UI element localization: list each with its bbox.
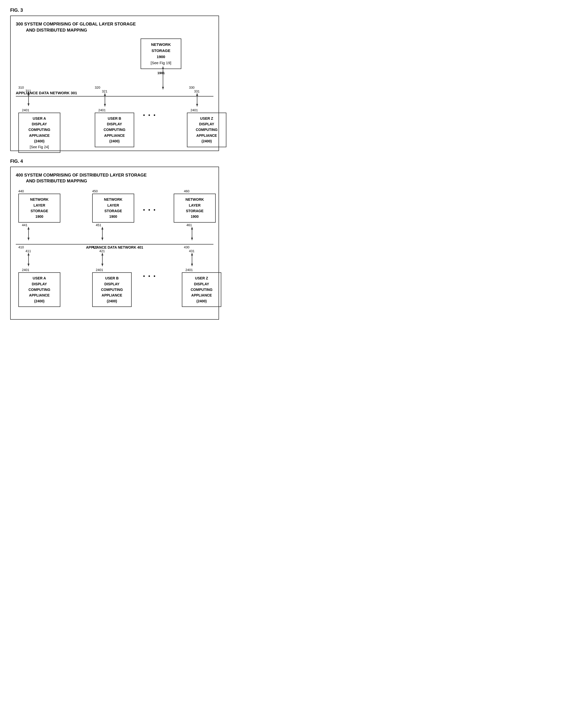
fig4-nls-460-col: 460 NETWORK LAYER STORAGE 1900 461 [174,189,216,242]
fig4-user-z-col: 430 431 2401 USER Z DISPLAY COMPUTING AP… [174,245,221,307]
fig4-arrow-461 [189,227,194,241]
fig3-network-storage-box: NETWORK STORAGE 1900 [See Fig 19] [141,39,181,69]
fig4-id-450: 450 [92,189,134,193]
fig3-appliance-b: USER B DISPLAY COMPUTING APPLIANCE (2400… [95,113,134,147]
fig4-nls-450-col: 450 NETWORK LAYER STORAGE 1900 451 [92,189,134,242]
svg-marker-10 [196,93,198,96]
svg-marker-20 [191,238,193,240]
svg-marker-23 [27,264,29,266]
fig4-connector-451: 451 [96,223,134,227]
fig3-boxid-z: 2401 [190,108,227,112]
svg-marker-8 [104,104,106,107]
fig4-arrow-430 [189,253,194,267]
fig3-user-b-col: 320 321 2401 USER B DISPLAY COMPUTING AP… [95,86,134,147]
fig4-boxid-b: 2401 [96,268,132,272]
fig3-id-320: 320 [95,86,134,89]
fig4-id-410: 410 [18,245,60,249]
svg-marker-11 [196,104,198,107]
fig4-arrow-420 [100,253,105,267]
fig4-appliance-a: USER A DISPLAY COMPUTING APPLIANCE (2400… [18,272,60,307]
fig4-boxid-a: 2401 [22,268,60,272]
fig4-boxid-z: 2401 [185,268,221,272]
fig3-user-a-col: 310 311 2401 USER A DISPLAY COMPUTING AP… [18,86,60,153]
fig3-appliance-z: USER Z DISPLAY COMPUTING APPLIANCE (2400… [187,113,227,147]
fig4-title: 400 SYSTEM COMPRISING OF DISTRIBUTED LAY… [16,172,213,184]
fig3-boxid-b: 2401 [98,108,134,112]
fig4-user-b-col: 420 421 2401 USER B DISPLAY COMPUTING AP… [92,245,132,307]
fig4-dots-top: • • • [143,207,156,213]
fig3-label: FIG. 3 [10,8,219,13]
fig4-connector-461: 461 [186,223,216,227]
fig3-diagram: 300 SYSTEM COMPRISING OF GLOBAL LAYER ST… [10,16,219,151]
fig4-connector-421: 421 [99,249,132,253]
fig4-connector-431: 431 [189,249,221,253]
fig4-dots-bottom: • • • [143,273,156,279]
svg-marker-16 [101,227,103,230]
fig3-connector-331: 331 [194,89,227,93]
fig4-id-430: 430 [184,245,221,249]
svg-marker-17 [101,238,103,240]
fig4-id-420: 420 [92,245,132,249]
svg-marker-22 [27,253,29,256]
fig3-arrow-330 [194,93,199,107]
svg-marker-7 [104,93,106,96]
fig3-arrow-1901 [160,67,166,92]
fig4-connector-441: 441 [22,223,60,227]
fig4-id-440: 440 [18,189,60,193]
svg-marker-29 [191,264,193,266]
fig4-label: FIG. 4 [10,159,219,164]
fig4-nls-440-col: 440 NETWORK LAYER STORAGE 1900 441 [18,189,60,242]
fig4-connector-411: 411 [25,249,60,253]
fig4-nls-460-box: NETWORK LAYER STORAGE 1900 [174,194,216,222]
fig4-nls-450-box: NETWORK LAYER STORAGE 1900 [92,194,134,222]
svg-marker-4 [27,93,29,95]
fig3-connector-321: 321 [102,89,134,93]
fig4-user-a-col: 410 411 2401 USER A DISPLAY COMPUTING AP… [18,245,60,307]
svg-marker-14 [27,238,29,240]
svg-marker-1 [162,67,164,69]
fig3-dots: • • • [143,112,156,118]
fig4-arrow-410 [26,253,31,267]
fig3-appliance-a: USER A DISPLAY COMPUTING APPLIANCE (2400… [18,113,60,153]
svg-marker-26 [101,264,103,266]
svg-marker-25 [101,253,103,256]
svg-marker-19 [191,227,193,230]
svg-marker-2 [162,87,164,89]
fig4-appliance-z: USER Z DISPLAY COMPUTING APPLIANCE (2400… [182,272,221,307]
svg-marker-13 [27,227,29,230]
fig4-appliance-b: USER B DISPLAY COMPUTING APPLIANCE (2400… [92,272,132,307]
svg-marker-28 [191,253,193,256]
svg-marker-5 [27,103,29,106]
fig4-arrow-441 [26,227,31,241]
fig3-title: 300 SYSTEM COMPRISING OF GLOBAL LAYER ST… [16,21,213,33]
fig3-connector-311: 311 [25,89,60,93]
fig4-diagram: 400 SYSTEM COMPRISING OF DISTRIBUTED LAY… [10,167,219,320]
fig3-arrow-320 [102,93,108,107]
fig4-nls-440-box: NETWORK LAYER STORAGE 1900 [18,194,60,222]
fig4-id-460: 460 [184,189,216,193]
fig3-id-330: 330 [189,86,227,89]
fig3-arrow-310 [26,93,31,107]
fig3-boxid-a: 2401 [22,108,60,112]
fig4-arrow-451 [100,227,105,241]
fig3-user-z-col: 330 331 2401 USER Z DISPLAY COMPUTING AP… [179,86,227,147]
